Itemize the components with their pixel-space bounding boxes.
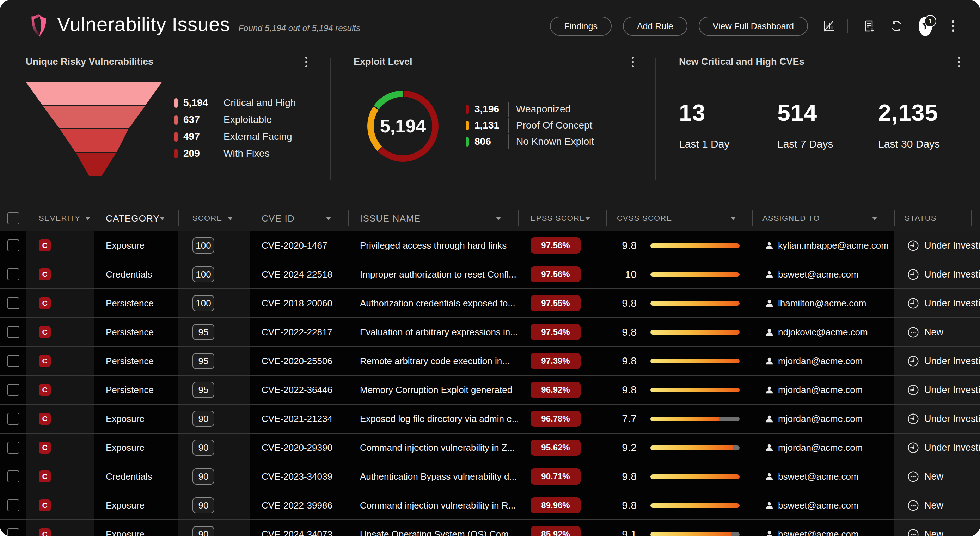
panel-menu-icon[interactable] bbox=[300, 55, 312, 69]
status-label: New bbox=[924, 471, 943, 482]
table-row[interactable]: C Persistence 95 CVE-2022-36446 Memory C… bbox=[0, 376, 980, 404]
filter-triangle-icon[interactable] bbox=[585, 217, 590, 220]
assignee-email: bsweet@acme.com bbox=[778, 471, 859, 482]
filter-button[interactable]: 1 bbox=[919, 19, 932, 33]
filter-triangle-icon[interactable] bbox=[496, 217, 501, 220]
column-separator bbox=[752, 210, 753, 227]
person-icon bbox=[765, 241, 774, 251]
findings-button[interactable]: Findings bbox=[550, 17, 612, 36]
select-all-checkbox[interactable] bbox=[7, 212, 19, 224]
column-separator bbox=[894, 210, 895, 227]
refresh-icon[interactable] bbox=[890, 19, 903, 33]
person-icon bbox=[765, 472, 774, 481]
stat-value: 2,135 bbox=[878, 99, 940, 126]
column-header-status[interactable]: STATUS bbox=[894, 206, 980, 231]
cve-id-cell: CVE-2022-22817 bbox=[262, 327, 332, 338]
column-header-epss-score[interactable]: EPSS SCORE bbox=[518, 206, 606, 231]
column-header-score[interactable]: SCORE bbox=[178, 206, 250, 231]
cvss-score-bar bbox=[651, 359, 740, 363]
person-icon bbox=[765, 443, 774, 452]
issue-name-cell: Remote arbitrary code execution in... bbox=[360, 356, 510, 366]
legend-item: 209 With Fixes bbox=[175, 145, 296, 162]
epss-score-badge: 96.92% bbox=[531, 382, 581, 398]
filter-triangle-icon[interactable] bbox=[872, 217, 877, 220]
row-checkbox[interactable] bbox=[7, 500, 19, 511]
report-export-icon[interactable] bbox=[862, 19, 876, 33]
table-row[interactable]: C Persistence 100 CVE-2018-20060 Authori… bbox=[0, 289, 980, 318]
table-row[interactable]: C Persistence 95 CVE-2020-25506 Remote a… bbox=[0, 347, 980, 376]
row-checkbox[interactable] bbox=[7, 413, 19, 425]
table-row[interactable]: C Exposure 100 CVE-2020-1467 Privileged … bbox=[0, 232, 980, 260]
row-checkbox[interactable] bbox=[7, 442, 19, 454]
table-body: C Exposure 100 CVE-2020-1467 Privileged … bbox=[0, 232, 980, 536]
column-header-assigned-to[interactable]: ASSIGNED TO bbox=[752, 206, 894, 231]
row-checkbox[interactable] bbox=[7, 355, 19, 367]
legend-marker bbox=[466, 105, 469, 114]
assignee-email: ndjokovic@acme.com bbox=[778, 327, 868, 338]
filter-triangle-icon[interactable] bbox=[228, 217, 233, 220]
score-box: 90 bbox=[192, 468, 214, 485]
filter-triangle-icon[interactable] bbox=[731, 217, 736, 220]
table-row[interactable]: C Exposure 90 CVE-2020-29390 Command inj… bbox=[0, 433, 980, 462]
more-menu-icon[interactable] bbox=[946, 19, 959, 33]
table-row[interactable]: C Exposure 90 CVE-2022-39986 Command inj… bbox=[0, 491, 980, 520]
filter-triangle-icon[interactable] bbox=[326, 217, 331, 220]
stat-label: Last 7 Days bbox=[777, 138, 878, 150]
epss-score-badge: 97.39% bbox=[531, 353, 581, 369]
status-label: Under Investigation bbox=[924, 298, 980, 309]
table-row[interactable]: C Persistence 95 CVE-2022-22817 Evaluati… bbox=[0, 318, 980, 347]
status-label: New bbox=[924, 327, 943, 338]
legend-marker bbox=[466, 121, 469, 130]
column-header-issue-name[interactable]: ISSUE NAME bbox=[348, 206, 518, 231]
cvss-score-bar bbox=[651, 474, 740, 479]
table-row[interactable]: C Credentials 100 CVE-2024-22518 Imprope… bbox=[0, 260, 980, 289]
cvss-score-fill bbox=[651, 330, 740, 335]
filter-count-badge: 1 bbox=[924, 15, 936, 27]
status-new-icon bbox=[907, 500, 919, 511]
assignee-email: mjordan@acme.com bbox=[778, 414, 862, 424]
column-header-cve-id[interactable]: CVE ID bbox=[250, 206, 348, 231]
legend-marker bbox=[466, 137, 469, 146]
table-row[interactable]: C Exposure 90 CVE-2024-34073 Unsafe Oper… bbox=[0, 520, 980, 536]
filter-triangle-icon[interactable] bbox=[160, 217, 165, 220]
panel-divider bbox=[655, 58, 656, 179]
row-checkbox[interactable] bbox=[7, 297, 19, 309]
legend-item: 637 Exploitable bbox=[175, 111, 296, 128]
row-checkbox[interactable] bbox=[7, 268, 19, 280]
cvss-score-bar bbox=[651, 388, 740, 392]
cvss-score-value: 9.8 bbox=[606, 297, 636, 309]
brand-logo-icon bbox=[30, 13, 49, 37]
row-checkbox[interactable] bbox=[7, 239, 19, 251]
column-label: ISSUE NAME bbox=[360, 213, 420, 224]
stat-value: 514 bbox=[777, 99, 878, 126]
filter-triangle-icon[interactable] bbox=[85, 217, 90, 220]
row-checkbox[interactable] bbox=[7, 528, 19, 536]
panel-menu-icon[interactable] bbox=[627, 55, 639, 69]
column-label: STATUS bbox=[905, 214, 937, 223]
issue-name-cell: Exposed log file directory via admin e..… bbox=[360, 414, 518, 424]
table-header: SEVERITY CATEGORY SCORE CVE ID ISSUE NAM… bbox=[0, 206, 980, 232]
row-checkbox[interactable] bbox=[7, 326, 19, 338]
status-in-progress-icon bbox=[907, 384, 919, 396]
stat-value: 13 bbox=[679, 99, 777, 126]
add-rule-button[interactable]: Add Rule bbox=[623, 17, 687, 36]
issue-name-cell: Memory Corruption Exploit generated bbox=[360, 385, 512, 395]
table-row[interactable]: C Exposure 90 CVE-2021-21234 Exposed log… bbox=[0, 404, 980, 433]
column-label: CVE ID bbox=[262, 213, 295, 224]
panel-menu-icon[interactable] bbox=[953, 55, 965, 69]
issue-name-cell: Authorization credentials exposed to... bbox=[360, 298, 515, 309]
column-header-cvss-score[interactable]: CVSS SCORE bbox=[606, 206, 752, 231]
view-full-dashboard-button[interactable]: View Full Dashboard bbox=[699, 17, 808, 36]
column-header-severity[interactable]: SEVERITY bbox=[26, 206, 94, 231]
charts-toggle-icon[interactable] bbox=[822, 19, 835, 33]
legend-divider bbox=[508, 118, 509, 133]
column-header-category[interactable]: CATEGORY bbox=[94, 206, 178, 231]
column-label: EPSS SCORE bbox=[531, 214, 585, 223]
row-checkbox[interactable] bbox=[7, 384, 19, 396]
legend-label: Critical and High bbox=[223, 97, 296, 108]
row-checkbox[interactable] bbox=[7, 471, 19, 482]
table-row[interactable]: C Credentials 90 CVE-2023-34039 Authenti… bbox=[0, 462, 980, 491]
category-cell: Exposure bbox=[106, 442, 145, 453]
column-separator bbox=[606, 210, 607, 227]
epss-score-badge: 95.62% bbox=[531, 439, 581, 456]
